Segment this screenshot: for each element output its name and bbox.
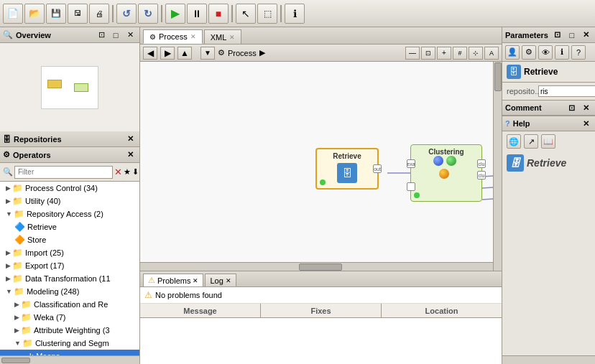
sort-down-btn[interactable]: ⬇ xyxy=(132,166,139,179)
right-spacer xyxy=(502,174,595,364)
clustering-node-body: exa clu clu xyxy=(414,158,479,179)
search-input[interactable] xyxy=(14,166,113,179)
params-detach-btn[interactable]: ⊡ xyxy=(551,29,564,42)
left-panel-hscroll[interactable] xyxy=(0,355,139,364)
xml-tab-close[interactable]: ✕ xyxy=(229,34,235,41)
run-btn[interactable]: ▶ xyxy=(165,4,185,24)
nav-grid-btn[interactable]: # xyxy=(453,47,467,60)
tree-item-store[interactable]: 🔶 Store xyxy=(0,233,139,246)
tree-item-repository-access[interactable]: ▼ 📁 Repository Access (2) xyxy=(0,207,139,220)
repos-close-btn[interactable]: ✕ xyxy=(124,133,137,146)
right-bottom-panels: Comment ⊡ ✕ ? Help ✕ 🌐 ↗ 📖 xyxy=(502,100,595,364)
nav-zoom-out-btn[interactable]: — xyxy=(405,47,420,60)
process-canvas[interactable]: Retrieve 🗄 out Clustering exa xyxy=(140,62,502,271)
overview-detach-btn[interactable]: ⊡ xyxy=(95,29,108,42)
canvas-hscroll-thumb[interactable] xyxy=(299,263,342,271)
tab-xml[interactable]: XML ✕ xyxy=(204,29,242,44)
folder-icon-utility: 📁 xyxy=(12,196,23,206)
overview-close-btn[interactable]: ✕ xyxy=(124,29,137,42)
right-hscroll[interactable] xyxy=(502,355,595,364)
tree-arrow-export: ▶ xyxy=(6,262,11,269)
pause-btn[interactable]: ⏸ xyxy=(187,4,207,24)
new-file-btn[interactable]: 📄 xyxy=(3,4,23,24)
select-btn[interactable]: ⬚ xyxy=(257,4,277,24)
help-globe-btn[interactable]: 🌐 xyxy=(507,134,521,149)
open-btn[interactable]: 📂 xyxy=(24,4,45,24)
clustering-in2-port[interactable] xyxy=(407,182,415,191)
tab-problems[interactable]: ⚠ Problems ✕ xyxy=(143,274,203,286)
problems-tab-close[interactable]: ✕ xyxy=(193,277,198,284)
nav-back-btn[interactable]: ◀ xyxy=(143,47,157,60)
left-hscroll-thumb[interactable] xyxy=(1,358,30,363)
clustering-out-clu2-port[interactable]: clu xyxy=(477,171,486,179)
canvas-vscrollbar[interactable] xyxy=(493,62,502,271)
clustering-exa-port[interactable]: exa xyxy=(407,159,415,168)
overview-content xyxy=(0,43,139,131)
nav-zoom-in-btn[interactable]: + xyxy=(437,47,451,60)
canvas-vscroll-thumb[interactable] xyxy=(494,62,502,91)
clustering-out-clu1-port[interactable]: clu xyxy=(477,159,486,168)
retrieve-icon: 🔷 xyxy=(14,222,25,232)
tree-item-utility[interactable]: ▶ 📁 Utility (40) xyxy=(0,195,139,207)
th-message: Message xyxy=(140,304,261,317)
params-close-btn[interactable]: ✕ xyxy=(580,29,593,42)
tree-item-kmeans[interactable]: ● k-Means xyxy=(0,350,139,355)
param-key-repository: reposito... xyxy=(507,87,535,95)
redo-btn[interactable]: ↻ xyxy=(138,4,158,24)
clustering-node[interactable]: Clustering exa clu clu xyxy=(410,144,482,202)
params-icon-show-all[interactable]: 👁 xyxy=(538,45,553,60)
help-close-btn[interactable]: ✕ xyxy=(579,117,592,130)
undo-btn[interactable]: ↺ xyxy=(116,4,137,24)
tree-item-process-control[interactable]: ▶ 📁 Process Control (34) xyxy=(0,182,139,195)
operators-close-btn[interactable]: ✕ xyxy=(124,149,137,162)
bookmark-btn[interactable]: ★ xyxy=(124,166,131,179)
overview-maximize-btn[interactable]: □ xyxy=(109,29,122,42)
comment-detach-btn[interactable]: ⊡ xyxy=(565,101,578,114)
tree-item-modeling[interactable]: ▼ 📁 Modeling (248) xyxy=(0,285,139,298)
tree-item-weka[interactable]: ▶ 📁 Weka (7) xyxy=(0,311,139,324)
nav-fit-btn[interactable]: ⊡ xyxy=(421,47,435,60)
tab-log[interactable]: Log ✕ xyxy=(205,274,236,286)
nav-snap-btn[interactable]: ⊹ xyxy=(469,47,483,60)
process-nav: ◀ ▶ ▲ ▼ ⚙ Process ▶ — ⊡ + # ⊹ A xyxy=(140,45,502,62)
pointer-btn[interactable]: ↖ xyxy=(236,4,256,24)
retrieve-out-port[interactable]: out xyxy=(373,164,382,173)
tree-item-export[interactable]: ▶ 📁 Export (17) xyxy=(0,259,139,272)
info-btn[interactable]: ℹ xyxy=(285,4,305,24)
params-icon-expert[interactable]: ⚙ xyxy=(522,45,536,60)
overview-mini-map[interactable] xyxy=(41,66,98,109)
clear-search-btn[interactable]: ✕ xyxy=(114,166,122,179)
nav-forward-btn[interactable]: ▶ xyxy=(160,47,175,60)
tree-label-modeling: Modeling (248) xyxy=(27,287,79,296)
params-icon-info[interactable]: ℹ xyxy=(555,45,569,60)
nav-up-btn[interactable]: ▲ xyxy=(177,47,192,60)
tree-item-attribute-weighting[interactable]: ▶ 📁 Attribute Weighting (3 xyxy=(0,324,139,337)
stop-btn[interactable]: ■ xyxy=(208,4,229,24)
canvas-hscrollbar[interactable] xyxy=(140,262,493,271)
tree-item-clustering-seg[interactable]: ▼ 📁 Clustering and Segm xyxy=(0,337,139,350)
save-btn[interactable]: 💾 xyxy=(46,4,66,24)
save-as-btn[interactable]: 🖫 xyxy=(68,4,88,24)
help-book-btn[interactable]: 📖 xyxy=(541,134,555,149)
tree-item-data-transformation[interactable]: ▶ 📁 Data Transformation (11 xyxy=(0,272,139,285)
toolbar-separator-3 xyxy=(231,5,233,22)
log-tab-close[interactable]: ✕ xyxy=(226,277,231,284)
nav-annotate-btn[interactable]: A xyxy=(484,47,499,60)
print-btn[interactable]: 🖨 xyxy=(89,4,109,24)
folder-icon-attribute-weighting: 📁 xyxy=(21,325,32,335)
tree-item-import[interactable]: ▶ 📁 Import (25) xyxy=(0,246,139,259)
process-tab-close[interactable]: ✕ xyxy=(190,33,196,40)
params-maximize-btn[interactable]: □ xyxy=(566,29,578,42)
tree-item-retrieve[interactable]: 🔷 Retrieve xyxy=(0,220,139,233)
param-value-input-repository[interactable] xyxy=(538,85,595,97)
process-tab-label: Process xyxy=(159,32,188,41)
comment-close-btn[interactable]: ✕ xyxy=(579,101,592,114)
help-arrow-btn[interactable]: ↗ xyxy=(524,134,538,149)
params-icon-help[interactable]: ? xyxy=(571,45,586,60)
tree-arrow-repository-access: ▼ xyxy=(6,210,12,218)
tree-item-classification[interactable]: ▶ 📁 Classification and Re xyxy=(0,298,139,311)
params-icon-person[interactable]: 👤 xyxy=(505,45,520,60)
retrieve-node[interactable]: Retrieve 🗄 out xyxy=(315,148,379,190)
nav-menu-btn[interactable]: ▼ xyxy=(200,47,215,60)
tab-process[interactable]: ⚙ Process ✕ xyxy=(143,29,203,44)
